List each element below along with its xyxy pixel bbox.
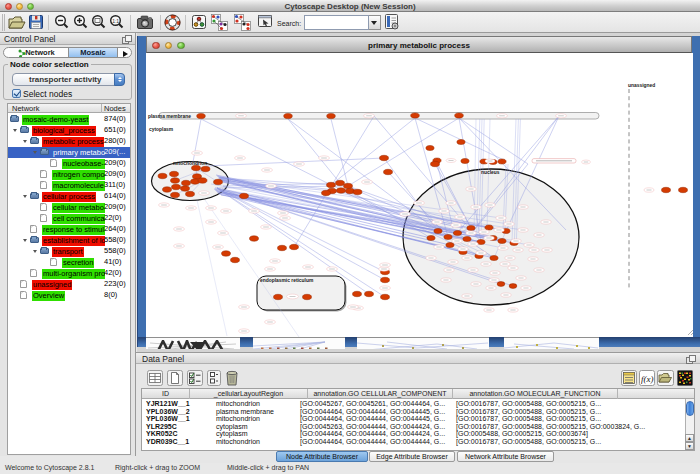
svg-text:plasma membrane: plasma membrane [148,114,191,119]
svg-text:f(x): f(x) [641,374,654,384]
svg-text:cytoplasm: cytoplasm [149,127,174,132]
svg-text:mitochondrion: mitochondrion [173,161,207,166]
svg-text:endoplasmic reticulum: endoplasmic reticulum [260,278,314,283]
svg-text:nucleus: nucleus [481,170,500,175]
svg-text:1:1: 1:1 [112,18,119,24]
svg-text:unassigned: unassigned [628,83,655,88]
